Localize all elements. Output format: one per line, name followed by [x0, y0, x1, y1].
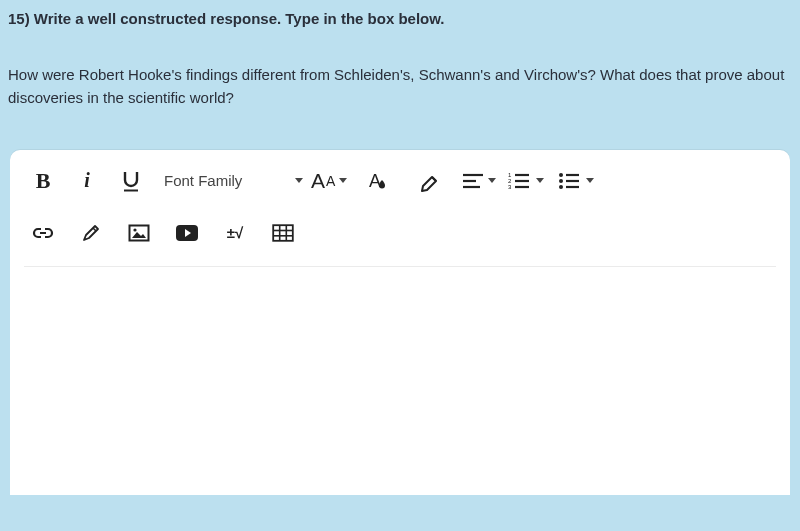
- underline-icon: [121, 170, 141, 192]
- italic-icon: i: [84, 169, 90, 192]
- font-color-icon: A: [365, 170, 387, 192]
- font-family-dropdown[interactable]: Font Family: [154, 160, 309, 202]
- chevron-down-icon: [586, 178, 594, 183]
- link-button[interactable]: [22, 212, 64, 254]
- video-icon: [175, 224, 199, 242]
- svg-text:3: 3: [508, 184, 512, 190]
- chevron-down-icon: [488, 178, 496, 183]
- font-size-large-icon: A: [311, 169, 325, 193]
- question-instruction: Write a well constructed response. Type …: [34, 10, 445, 27]
- toolbar-row-1: B i Font Family A A A: [10, 156, 790, 206]
- bullet-list-icon: [558, 171, 580, 191]
- italic-button[interactable]: i: [66, 160, 108, 202]
- toolbar-row-2: ±√: [10, 206, 790, 258]
- link-icon: [32, 226, 54, 240]
- highlight-icon: [419, 170, 441, 192]
- font-color-button[interactable]: A: [355, 160, 397, 202]
- table-icon: [272, 224, 294, 242]
- editor-content-area[interactable]: [10, 267, 790, 487]
- svg-point-13: [559, 179, 563, 183]
- bold-button[interactable]: B: [22, 160, 64, 202]
- svg-text:A: A: [369, 171, 381, 191]
- font-family-label: Font Family: [164, 172, 242, 189]
- draw-button[interactable]: [70, 212, 112, 254]
- pencil-icon: [81, 223, 101, 243]
- svg-point-14: [559, 185, 563, 189]
- table-button[interactable]: [262, 212, 304, 254]
- bold-icon: B: [36, 168, 51, 194]
- video-button[interactable]: [166, 212, 208, 254]
- svg-point-12: [559, 173, 563, 177]
- chevron-down-icon: [295, 178, 303, 183]
- font-size-small-icon: A: [326, 173, 335, 189]
- underline-button[interactable]: [110, 160, 152, 202]
- question-prompt: How were Robert Hooke's findings differe…: [0, 27, 800, 110]
- image-button[interactable]: [118, 212, 160, 254]
- highlight-button[interactable]: [409, 160, 451, 202]
- align-dropdown[interactable]: [461, 171, 496, 191]
- numbered-list-icon: 1 2 3: [508, 171, 530, 191]
- chevron-down-icon: [536, 178, 544, 183]
- svg-rect-24: [273, 225, 293, 241]
- bullet-list-dropdown[interactable]: [558, 171, 594, 191]
- font-size-dropdown[interactable]: A A: [311, 169, 347, 193]
- numbered-list-dropdown[interactable]: 1 2 3: [508, 171, 544, 191]
- question-number: 15): [8, 10, 30, 27]
- svg-point-21: [133, 228, 136, 231]
- svg-marker-20: [132, 232, 146, 238]
- rich-text-editor: B i Font Family A A A: [10, 150, 790, 495]
- svg-line-2: [432, 177, 436, 181]
- svg-line-18: [93, 228, 96, 231]
- svg-rect-19: [130, 225, 149, 240]
- align-left-icon: [461, 171, 485, 191]
- chevron-down-icon: [339, 178, 347, 183]
- equation-button[interactable]: ±√: [214, 212, 256, 254]
- image-icon: [128, 224, 150, 242]
- equation-icon: ±√: [227, 224, 243, 241]
